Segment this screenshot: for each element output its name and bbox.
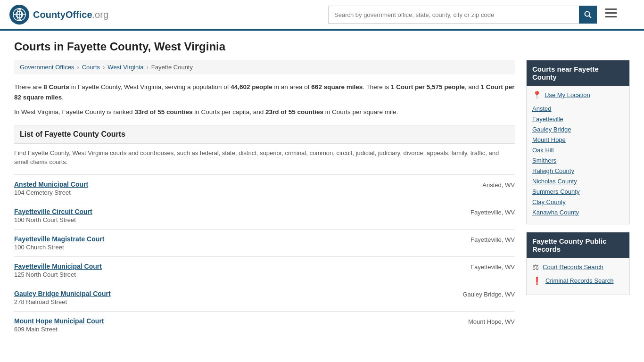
main-column: Government Offices › Courts › West Virgi… [14,60,515,338]
logo-area: CountyOffice.org [9,5,108,25]
court-info: Fayetteville Circuit Court 100 North Cou… [14,208,92,223]
breadcrumb-sep-2: › [103,64,105,71]
description-line2: In West Virginia, Fayette County is rank… [14,107,515,117]
description-line1: There are 8 Courts in Fayette County, We… [14,82,515,102]
nearby-link-oak-hill[interactable]: Oak Hill [532,147,624,154]
breadcrumb-sep-1: › [77,64,79,71]
criminal-records-row: ❗ Criminal Records Search [532,276,624,285]
court-records-link[interactable]: Court Records Search [543,263,603,271]
nearby-link-smithers[interactable]: Smithers [532,157,624,164]
court-address: 125 North Court Street [14,271,102,278]
logo-icon [9,5,29,25]
court-city: Ansted, WV [482,181,515,189]
court-name-link[interactable]: Ansted Municipal Court [14,181,88,188]
criminal-records-icon: ❗ [532,276,542,285]
sidebar: Courts near Fayette County 📍 Use My Loca… [526,60,630,295]
nearby-courts-section: Courts near Fayette County 📍 Use My Loca… [526,60,630,224]
list-desc: Find Fayette County, West Virginia court… [14,148,515,167]
nearby-link-clay[interactable]: Clay County [532,198,624,206]
page-title: Courts in Fayette County, West Virginia [14,40,630,53]
use-location-row: 📍 Use My Location [532,90,624,99]
court-records-icon: ⚖ [532,263,539,272]
logo-text: CountyOffice.org [33,9,108,20]
nearby-link-raleigh[interactable]: Raleigh County [532,167,624,174]
site-header: CountyOffice.org [0,0,644,31]
court-address: 100 North Court Street [14,216,92,223]
breadcrumb-courts[interactable]: Courts [82,64,100,71]
svg-line-6 [589,16,592,18]
court-name-link[interactable]: Fayetteville Circuit Court [14,208,92,215]
court-info: Ansted Municipal Court 104 Cemetery Stre… [14,181,88,196]
breadcrumb: Government Offices › Courts › West Virgi… [14,60,515,74]
table-row: Gauley Bridge Municipal Court 278 Railro… [14,284,515,311]
main-layout: Government Offices › Courts › West Virgi… [14,60,630,338]
court-info: Fayetteville Municipal Court 125 North C… [14,263,102,278]
court-address: 100 Church Street [14,244,104,251]
public-records-body: ⚖ Court Records Search ❗ Criminal Record… [527,258,629,295]
court-name-link[interactable]: Fayetteville Municipal Court [14,263,102,270]
nearby-link-mount-hope[interactable]: Mount Hope [532,136,624,143]
table-row: Fayetteville Municipal Court 125 North C… [14,256,515,284]
table-row: Mount Hope Municipal Court 609 Main Stre… [14,311,515,338]
nearby-link-kanawha[interactable]: Kanawha County [532,209,624,216]
court-name-link[interactable]: Fayetteville Magistrate Court [14,235,104,243]
criminal-records-link[interactable]: Criminal Records Search [545,277,614,284]
court-city: Gauley Bridge, WV [462,290,515,298]
public-records-heading: Fayette County Public Records [527,232,629,258]
court-address: 609 Main Street [14,326,104,333]
courts-list: Ansted Municipal Court 104 Cemetery Stre… [14,174,515,338]
court-city: Fayetteville, WV [471,208,515,216]
menu-button[interactable] [602,7,620,23]
court-city: Fayetteville, WV [471,235,515,243]
court-records-row: ⚖ Court Records Search [532,263,624,272]
court-city: Fayetteville, WV [471,263,515,271]
court-name-link[interactable]: Mount Hope Municipal Court [14,317,104,325]
court-address: 278 Railroad Street [14,298,111,305]
nearby-link-ansted[interactable]: Ansted [532,105,624,112]
table-row: Fayetteville Circuit Court 100 North Cou… [14,202,515,229]
svg-rect-8 [605,12,617,14]
court-info: Mount Hope Municipal Court 609 Main Stre… [14,317,104,333]
list-heading: List of Fayette County Courts [14,125,515,144]
nearby-link-nicholas[interactable]: Nicholas County [532,178,624,185]
page-content: Courts in Fayette County, West Virginia … [0,31,644,348]
nearby-link-fayetteville[interactable]: Fayetteville [532,115,624,123]
search-button[interactable] [579,6,597,24]
court-city: Mount Hope, WV [468,317,515,325]
table-row: Ansted Municipal Court 104 Cemetery Stre… [14,174,515,202]
svg-rect-9 [605,16,617,17]
public-records-section: Fayette County Public Records ⚖ Court Re… [526,232,630,295]
nearby-body: 📍 Use My Location Ansted Fayetteville Ga… [527,86,629,224]
search-area [328,6,620,24]
court-info: Gauley Bridge Municipal Court 278 Railro… [14,290,111,305]
location-pin-icon: 📍 [532,90,542,99]
search-input[interactable] [328,6,579,24]
court-address: 104 Cemetery Street [14,189,88,196]
court-name-link[interactable]: Gauley Bridge Municipal Court [14,290,111,297]
table-row: Fayetteville Magistrate Court 100 Church… [14,229,515,256]
nearby-heading: Courts near Fayette County [527,60,629,86]
svg-rect-7 [605,8,617,10]
svg-point-5 [585,12,590,16]
nearby-link-summers[interactable]: Summers County [532,188,624,195]
breadcrumb-gov-offices[interactable]: Government Offices [20,64,74,71]
breadcrumb-fayette: Fayette County [151,64,193,71]
use-my-location-link[interactable]: Use My Location [545,91,590,99]
breadcrumb-wv[interactable]: West Virginia [107,64,143,71]
nearby-link-gauley-bridge[interactable]: Gauley Bridge [532,126,624,133]
breadcrumb-sep-3: › [146,64,148,71]
court-info: Fayetteville Magistrate Court 100 Church… [14,235,104,251]
